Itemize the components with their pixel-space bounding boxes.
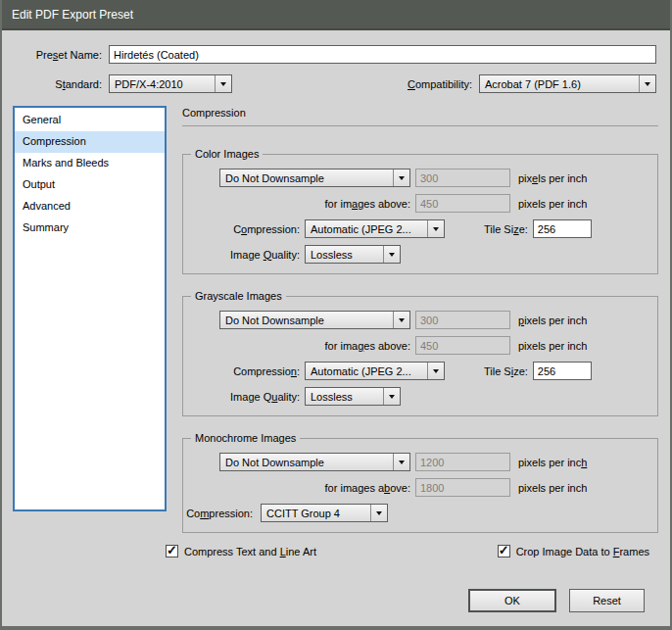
chevron-down-icon — [383, 246, 400, 263]
gray-quality-dropdown[interactable]: Lossless — [305, 387, 401, 406]
color-above-label: for images above: — [183, 198, 410, 210]
gray-quality-value: Lossless — [306, 391, 383, 403]
dialog-title: Edit PDF Export Preset — [12, 8, 133, 22]
preset-name-row: Preset Name: — [16, 45, 656, 64]
dialog-footer: OK Reset — [468, 589, 645, 612]
gray-above-label: for images above: — [183, 340, 410, 352]
color-images-legend: Color Images — [191, 148, 263, 160]
mono-compression-value: CCITT Group 4 — [262, 508, 370, 519]
ok-button[interactable]: OK — [468, 589, 556, 612]
color-compression-dropdown[interactable]: Automatic (JPEG 2... — [305, 219, 445, 238]
color-compression-row: Compression: Automatic (JPEG 2... Tile S… — [183, 219, 657, 238]
color-above-input — [415, 194, 510, 213]
panel-title-divider — [182, 125, 658, 126]
mono-compression-label: Compression: — [183, 508, 253, 519]
color-quality-label: Image Quality: — [183, 249, 300, 261]
chevron-down-icon — [383, 388, 400, 405]
mono-compression-dropdown[interactable]: CCITT Group 4 — [261, 504, 388, 522]
color-quality-row: Image Quality: Lossless — [183, 245, 657, 264]
chevron-down-icon — [427, 363, 444, 379]
standard-label: Standard: — [16, 78, 102, 90]
preset-name-input[interactable] — [109, 45, 656, 64]
compress-text-label: Compress Text and Line Art — [184, 546, 316, 557]
sections-list: General Compression Marks and Bleeds Out… — [13, 106, 167, 511]
gray-above-input — [415, 336, 510, 355]
dialog-title-bar[interactable]: Edit PDF Export Preset — [2, 0, 670, 30]
mono-above-row: for images above: pixels per inch — [183, 478, 657, 497]
sidebar-item-summary[interactable]: Summary — [15, 218, 165, 239]
compatibility-dropdown[interactable]: Acrobat 7 (PDF 1.6) — [479, 74, 656, 93]
monochrome-images-legend: Monochrome Images — [191, 432, 300, 444]
gray-downsample-row: Do Not Downsample pixels per inch — [183, 311, 657, 329]
mono-above-label: for images above: — [183, 482, 410, 494]
gray-downsample-dropdown[interactable]: Do Not Downsample — [219, 311, 410, 329]
monochrome-images-group: Monochrome Images Do Not Downsample pixe… — [182, 432, 658, 533]
mono-above-input — [415, 478, 510, 497]
chevron-down-icon — [370, 505, 387, 521]
panel-title: Compression — [182, 107, 658, 119]
gray-above-suffix: pixels per inch — [518, 340, 587, 352]
standard-dropdown[interactable]: PDF/X-4:2010 — [109, 74, 232, 93]
grayscale-images-legend: Grayscale Images — [191, 290, 286, 302]
chevron-down-icon — [393, 312, 409, 328]
mono-downsample-value: Do Not Downsample — [220, 457, 393, 468]
compress-text-checkbox[interactable]: Compress Text and Line Art — [166, 545, 316, 557]
sidebar-item-general[interactable]: General — [15, 110, 165, 131]
gray-ppi-suffix: pixels per inch — [518, 315, 587, 326]
gray-compression-dropdown[interactable]: Automatic (JPEG 2... — [305, 362, 445, 380]
gray-above-row: for images above: pixels per inch — [183, 336, 657, 355]
mono-downsample-row: Do Not Downsample pixels per inch — [183, 453, 657, 471]
gray-ppi-input — [415, 311, 510, 329]
gray-quality-row: Image Quality: Lossless — [183, 387, 657, 406]
gray-downsample-value: Do Not Downsample — [220, 315, 393, 326]
standard-compatibility-row: Standard: PDF/X-4:2010 Compatibility: Ac… — [16, 74, 656, 93]
color-compression-value: Automatic (JPEG 2... — [306, 223, 427, 235]
chevron-down-icon — [393, 170, 409, 186]
options-checkbox-row: Compress Text and Line Art Crop Image Da… — [166, 545, 649, 557]
gray-compression-value: Automatic (JPEG 2... — [306, 365, 427, 377]
checkbox-check-icon — [166, 545, 178, 557]
color-quality-dropdown[interactable]: Lossless — [305, 245, 401, 264]
sidebar-item-marks-and-bleeds[interactable]: Marks and Bleeds — [15, 153, 165, 174]
color-above-suffix: pixels per inch — [518, 198, 587, 210]
gray-compression-row: Compression: Automatic (JPEG 2... Tile S… — [183, 362, 657, 380]
color-downsample-dropdown[interactable]: Do Not Downsample — [219, 169, 410, 187]
color-tile-size-input[interactable] — [533, 219, 592, 238]
color-quality-value: Lossless — [306, 249, 383, 261]
chevron-down-icon — [427, 220, 444, 237]
edit-pdf-export-preset-dialog: Edit PDF Export Preset Preset Name: Stan… — [0, 0, 672, 630]
mono-ppi-input — [415, 453, 510, 471]
crop-image-data-checkbox[interactable]: Crop Image Data to Frames — [498, 545, 649, 557]
sidebar-item-output[interactable]: Output — [15, 174, 165, 196]
compatibility-value: Acrobat 7 (PDF 1.6) — [480, 78, 639, 90]
color-downsample-row: Do Not Downsample pixels per inch — [183, 169, 657, 187]
crop-image-data-label: Crop Image Data to Frames — [516, 546, 649, 557]
checkbox-check-icon — [498, 545, 510, 557]
chevron-down-icon — [215, 75, 231, 92]
grayscale-images-group: Grayscale Images Do Not Downsample pixel… — [182, 290, 658, 416]
gray-tile-size-label: Tile Size: — [484, 365, 528, 377]
color-ppi-suffix: pixels per inch — [518, 172, 587, 184]
color-downsample-value: Do Not Downsample — [220, 172, 393, 184]
chevron-down-icon — [639, 75, 655, 92]
reset-button[interactable]: Reset — [569, 589, 645, 612]
mono-downsample-dropdown[interactable]: Do Not Downsample — [219, 453, 410, 471]
preset-name-label: Preset Name: — [16, 49, 102, 61]
sidebar-item-compression[interactable]: Compression — [15, 131, 165, 153]
color-ppi-input — [415, 169, 510, 187]
compatibility-label: Compatibility: — [408, 78, 472, 90]
color-tile-size-label: Tile Size: — [484, 223, 528, 235]
compression-panel: Compression Color Images Do Not Downsamp… — [182, 106, 658, 533]
color-above-row: for images above: pixels per inch — [183, 194, 657, 213]
gray-quality-label: Image Quality: — [183, 391, 300, 403]
chevron-down-icon — [393, 454, 409, 470]
mono-compression-row: Compression: CCITT Group 4 — [183, 504, 657, 522]
gray-compression-label: Compression: — [183, 365, 300, 377]
mono-above-suffix: pixels per inch — [518, 482, 587, 494]
color-images-group: Color Images Do Not Downsample pixels pe… — [182, 148, 658, 274]
standard-value: PDF/X-4:2010 — [110, 78, 215, 90]
mono-ppi-suffix: pixels per inch — [518, 457, 587, 468]
sidebar-item-advanced[interactable]: Advanced — [15, 196, 165, 218]
dialog-main: General Compression Marks and Bleeds Out… — [13, 106, 658, 533]
gray-tile-size-input[interactable] — [533, 362, 592, 380]
